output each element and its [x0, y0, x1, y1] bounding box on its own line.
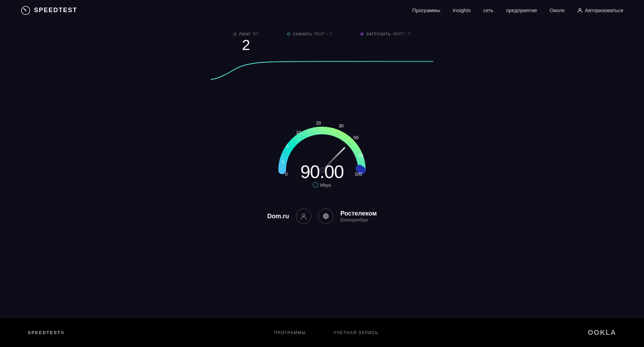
- upload-stat: ⊕ ЗАГРУЗИТЬ Мбит / с: [360, 31, 411, 38]
- user-profile-button[interactable]: [296, 209, 311, 224]
- download-unit-icon: ↓: [313, 182, 319, 188]
- chart-svg: [204, 56, 440, 84]
- ping-stat: ◎ ПИНГ мс 2: [233, 31, 259, 52]
- logo-text: SPEEDTEST: [34, 7, 77, 14]
- download-icon: ⊙: [287, 31, 291, 36]
- speed-display: 90.00 ↓ Mbps: [300, 163, 343, 188]
- speedtest-logo-icon: [21, 6, 31, 15]
- speed-chart: [204, 56, 440, 84]
- login-button[interactable]: Авторизоваться: [577, 7, 623, 13]
- svg-text:10: 10: [296, 130, 301, 135]
- footer-nav-programs[interactable]: ПРОГРАММЫ: [274, 330, 306, 335]
- stats-bar: ◎ ПИНГ мс 2 ⊙ СКАЧАТЬ Мбит / с ⊕ ЗАГРУЗИ…: [233, 31, 411, 52]
- speed-value: 90.00: [300, 163, 343, 181]
- logo[interactable]: SPEEDTEST: [21, 6, 77, 15]
- footer: SPEEDTEST® ПРОГРАММЫ УЧЕТНАЯ ЗАПИСЬ OOKL…: [0, 318, 644, 347]
- nav-programs[interactable]: Программы: [412, 7, 440, 13]
- isp-name: Dom.ru: [267, 213, 289, 220]
- speedometer: 0 1 5 10 20 30 50 75 100 90.0: [263, 91, 381, 198]
- svg-text:0: 0: [285, 171, 287, 177]
- server-name: Ростелеком: [340, 210, 377, 217]
- main-content: ◎ ПИНГ мс 2 ⊙ СКАЧАТЬ Мбит / с ⊕ ЗАГРУЗИ…: [0, 21, 644, 318]
- svg-text:30: 30: [339, 123, 343, 128]
- globe-button[interactable]: [318, 209, 333, 224]
- ping-value: 2: [242, 38, 250, 52]
- svg-text:20: 20: [316, 120, 321, 126]
- svg-text:75: 75: [358, 153, 363, 158]
- user-circle-icon: [300, 213, 307, 220]
- user-icon: [577, 8, 583, 13]
- footer-ookla: OOKLA: [588, 329, 616, 337]
- upload-label: ⊕ ЗАГРУЗИТЬ Мбит / с: [360, 31, 411, 36]
- svg-point-2: [579, 8, 581, 10]
- provider-info: Dom.ru Ростелеком Екатеринбург: [267, 209, 377, 224]
- globe-icon: [322, 213, 329, 220]
- speed-unit: ↓ Mbps: [300, 182, 343, 188]
- ping-label: ◎ ПИНГ мс: [233, 31, 259, 36]
- download-label: ⊙ СКАЧАТЬ Мбит / с: [287, 31, 332, 36]
- nav-enterprise[interactable]: предприятие: [506, 7, 537, 13]
- footer-nav-account[interactable]: УЧЕТНАЯ ЗАПИСЬ: [333, 330, 378, 335]
- svg-text:100: 100: [355, 171, 362, 177]
- nav-network[interactable]: сеть: [483, 7, 494, 13]
- main-nav: Программы Insights сеть предприятие Окол…: [412, 7, 623, 13]
- nav-about[interactable]: Около: [550, 7, 565, 13]
- footer-nav: ПРОГРАММЫ УЧЕТНАЯ ЗАПИСЬ: [274, 330, 378, 335]
- footer-brand: SPEEDTEST®: [28, 330, 65, 335]
- server-info: Ростелеком Екатеринбург: [340, 210, 377, 222]
- svg-point-1: [25, 10, 26, 11]
- ping-icon: ◎: [233, 31, 237, 36]
- svg-text:50: 50: [354, 135, 358, 140]
- upload-icon: ⊕: [360, 31, 364, 36]
- download-stat: ⊙ СКАЧАТЬ Мбит / с: [287, 31, 332, 38]
- login-label: Авторизоваться: [585, 7, 623, 13]
- svg-text:5: 5: [286, 144, 288, 149]
- svg-text:1: 1: [281, 159, 284, 164]
- server-location: Екатеринбург: [340, 217, 377, 222]
- nav-insights[interactable]: Insights: [453, 7, 471, 13]
- svg-point-14: [302, 214, 305, 217]
